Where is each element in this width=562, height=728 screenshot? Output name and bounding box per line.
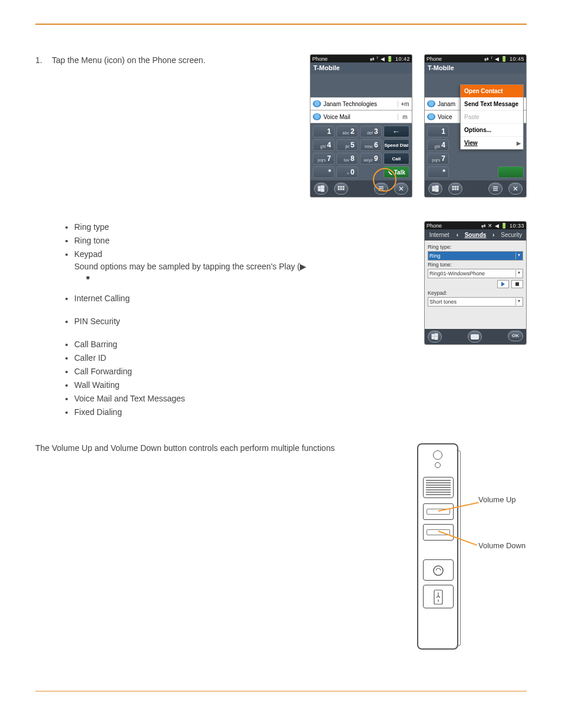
- key-9[interactable]: wxyz9: [360, 153, 382, 164]
- key-2[interactable]: abc2: [336, 126, 358, 137]
- side-button: [423, 559, 454, 581]
- keyboard-icon[interactable]: [468, 331, 482, 342]
- menu-options[interactable]: Options...: [461, 124, 523, 137]
- contact-row[interactable]: Janam Technologies +m: [310, 97, 412, 110]
- contact-key: +m: [398, 101, 412, 107]
- talk-button: [498, 166, 524, 178]
- instruction-row: 1.Tap the Menu (icon) on the Phone scree…: [35, 54, 527, 197]
- key-5[interactable]: jkl5: [336, 139, 358, 151]
- key-6[interactable]: mno6: [360, 139, 382, 151]
- settings-tabs: Internet ‹ Sounds › Security: [425, 229, 526, 241]
- top-port: [433, 450, 442, 460]
- device-side-diagram: Volume Up Volume Down: [397, 443, 527, 667]
- voicemail-icon: [313, 113, 321, 120]
- sounds-form: Ring type: Ring▾ Ring tone: Ring01-Windo…: [425, 241, 526, 329]
- ok-button[interactable]: OK: [508, 331, 523, 341]
- key-3[interactable]: def3: [360, 126, 382, 137]
- menu-icon[interactable]: [488, 183, 503, 195]
- menu-send-text[interactable]: Send Text Message: [461, 98, 523, 111]
- dropdown-chevron-icon: ▾: [515, 298, 521, 305]
- bottom-divider: [35, 691, 527, 691]
- key-7[interactable]: pqrs7: [313, 153, 335, 164]
- status-time: 10:33: [510, 223, 524, 229]
- option-item: Call Forwarding: [74, 365, 406, 378]
- svg-rect-4: [338, 186, 339, 187]
- ring-tone-dropdown[interactable]: Ring01-WindowsPhone▾: [428, 269, 523, 278]
- soft-button-bar: [310, 180, 412, 197]
- option-item: Caller ID: [74, 352, 406, 364]
- svg-rect-2: [318, 189, 320, 191]
- talk-button[interactable]: Talk: [384, 166, 409, 178]
- option-item: Fixed Dialing: [74, 406, 406, 419]
- soft-button-bar: OK: [425, 329, 526, 344]
- contact-entries: Janam Technologies +m Voice Mail m: [310, 97, 412, 123]
- stop-button[interactable]: [511, 280, 523, 288]
- svg-rect-32: [435, 334, 438, 336]
- contact-key: m: [398, 114, 412, 120]
- tab-sounds[interactable]: Sounds: [461, 229, 490, 241]
- options-list: Ring type Ring tone Keypad Sound options…: [35, 221, 406, 420]
- key-7: pqrs7: [427, 153, 449, 164]
- menu-icon[interactable]: [374, 183, 388, 195]
- tab-security[interactable]: Security: [497, 229, 526, 241]
- screw-hole: [435, 462, 441, 468]
- volume-description: The Volume Up and Volume Down button con…: [35, 443, 391, 453]
- menu-view[interactable]: View▶: [461, 137, 523, 149]
- key-4[interactable]: ghi4: [313, 139, 335, 151]
- option-item: Wall Waiting: [74, 379, 406, 391]
- option-subtext: Sound options may be sampled by tapping …: [74, 261, 406, 273]
- port-cover: [423, 585, 454, 608]
- status-bar: Phone ⇄ ᵀ ◀ 🔋 10:45: [425, 55, 526, 62]
- sounds-settings-screenshot: Phone ⇄ ✕ ◀ 🔋 10:33 Internet ‹ Sounds › …: [424, 221, 527, 345]
- status-indicators: ⇄ ᵀ ◀ 🔋 10:45: [484, 56, 524, 62]
- keypad-icon[interactable]: [334, 183, 348, 195]
- key-4: ghi4: [427, 139, 449, 151]
- play-button[interactable]: [497, 280, 509, 288]
- ring-type-dropdown[interactable]: Ring▾: [428, 251, 523, 261]
- ring-tone-label: Ring tone:: [428, 262, 523, 268]
- key-star[interactable]: *: [313, 166, 335, 178]
- svg-rect-23: [455, 189, 456, 190]
- svg-rect-7: [338, 189, 339, 190]
- status-time: 10:42: [395, 56, 410, 62]
- ring-type-label: Ring type:: [428, 244, 523, 250]
- menu-open-contact[interactable]: Open Contact: [461, 85, 523, 98]
- key-8[interactable]: tuv8: [336, 153, 358, 164]
- options-section: Ring type Ring tone Keypad Sound options…: [35, 221, 527, 420]
- display-area: [310, 74, 412, 97]
- keypad-icon[interactable]: [448, 183, 462, 195]
- speed-dial-button[interactable]: Speed Dial: [384, 139, 409, 151]
- svg-rect-16: [435, 186, 438, 188]
- phone-context-menu-screenshot: Phone ⇄ ᵀ ◀ 🔋 10:45 T-Mobile Janam Voice…: [424, 54, 527, 197]
- phone-screenshots: Phone ⇄ ᵀ ◀ 🔋 10:42 T-Mobile Janam Techn…: [310, 54, 527, 197]
- tab-internet[interactable]: Internet: [425, 229, 454, 241]
- start-icon[interactable]: [314, 183, 328, 195]
- option-item: Ring type: [74, 221, 406, 233]
- start-icon[interactable]: [428, 331, 442, 342]
- top-divider: [35, 24, 527, 25]
- step-number: 1.: [35, 54, 52, 67]
- key-1: 1: [427, 126, 449, 137]
- option-item: Internet Calling: [74, 292, 406, 305]
- svg-rect-39: [434, 590, 442, 604]
- step-body: Tap the Menu (icon) on the Phone screen.: [52, 55, 206, 65]
- contact-icon: [427, 100, 435, 107]
- backspace-button[interactable]: ←: [384, 126, 409, 137]
- close-icon[interactable]: [394, 183, 408, 195]
- status-title: Phone: [427, 56, 442, 62]
- key-0[interactable]: +0: [336, 166, 358, 178]
- tab-prev-icon[interactable]: ‹: [454, 229, 461, 241]
- start-icon[interactable]: [428, 183, 442, 195]
- submenu-chevron-icon: ▶: [517, 140, 521, 146]
- svg-rect-20: [455, 186, 456, 187]
- keypad-dropdown[interactable]: Short tones▾: [428, 297, 523, 307]
- call-history-button[interactable]: Call History: [384, 153, 409, 164]
- svg-rect-34: [435, 337, 438, 340]
- contact-row[interactable]: Voice Mail m: [310, 110, 412, 123]
- close-icon[interactable]: [508, 183, 523, 195]
- key-1[interactable]: 1: [313, 126, 335, 137]
- contact-icon: [313, 100, 321, 107]
- svg-point-38: [434, 566, 443, 575]
- svg-rect-22: [452, 189, 454, 190]
- tab-next-icon[interactable]: ›: [490, 229, 497, 241]
